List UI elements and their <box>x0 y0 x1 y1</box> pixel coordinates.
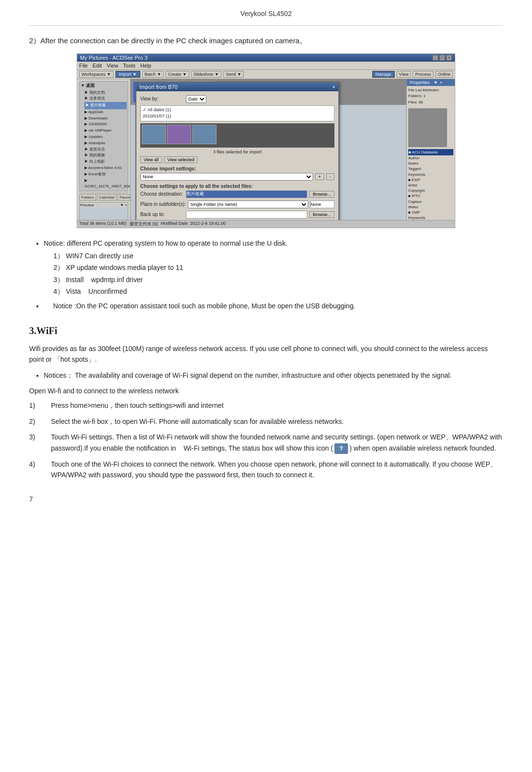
step-num-4: 4) <box>29 459 51 481</box>
menu-tools[interactable]: Tools <box>123 63 135 68</box>
preview-thumb <box>408 108 447 147</box>
acdsee-screenshot: My Pictures - ACDSee Pro 3 _ □ × File Ed… <box>77 53 455 228</box>
page-title: Verykool SL4502 <box>29 10 503 17</box>
status-date: Modified Date: 2012-2-6 19:41:00 <box>161 221 226 227</box>
header-divider <box>29 25 503 26</box>
close-btn-main[interactable]: × <box>446 55 452 61</box>
sub-text-4: Vista Unconfirmed <box>66 287 127 295</box>
choose-settings-label: Choose import settings: <box>140 166 334 171</box>
sub-text-1: WIN7 Can directly use <box>66 252 133 260</box>
sub-item-3: 3） Install wpdmtp.inf driver <box>53 274 503 285</box>
all-dates-item: ✓ All dates (1) <box>143 107 332 114</box>
wifi-notices-list: Notices： The availability and coverage o… <box>29 370 503 381</box>
destination-input[interactable] <box>186 190 307 198</box>
acdsee-main: Import from B70 × View by: Date ✓ All da… <box>131 79 406 220</box>
batch-btn[interactable]: Batch ▼ <box>142 71 164 78</box>
file-list-attr: File List Attributes <box>408 87 453 94</box>
minimize-btn[interactable]: _ <box>432 55 438 61</box>
folders-tab[interactable]: Folders <box>79 194 96 201</box>
properties-panel: File List Attributes Folders: 1 Files: 3… <box>407 86 455 220</box>
step-num-1: 1) <box>29 400 51 411</box>
metadata-list: ■ ACU Database Author Notes Tagged Keywo… <box>408 149 453 220</box>
section2-bullet-list: Notice: different PC operating system to… <box>29 238 503 312</box>
notice-item-2: Notice :On the PC operation assistant to… <box>44 301 503 311</box>
date-item: 2010/01/07 (1) <box>143 113 332 120</box>
wifi-step-1: 1) Press home>menu，then touch settings>w… <box>29 400 503 411</box>
sub-num-4: 4） <box>53 287 64 295</box>
section2-intro: 2）After the connection can be directly i… <box>29 35 503 47</box>
acdsee-title: My Pictures - ACDSee Pro 3 <box>80 55 148 61</box>
backup-browse-btn[interactable]: Browse... <box>309 211 334 218</box>
import-btn[interactable]: Import ▼ <box>116 71 140 78</box>
acdsee-toolbar: Workspaces ▼ Import ▼ Batch ▼ Create ▼ S… <box>77 70 455 79</box>
files-count: Files: 38 <box>408 100 453 106</box>
menu-help[interactable]: Help <box>140 63 151 68</box>
subfolder-name-input[interactable] <box>310 201 334 208</box>
sub-item-2: 2） XP update windows media player to 11 <box>53 262 503 273</box>
step-num-3: 3) <box>29 432 51 454</box>
view-tab[interactable]: View <box>397 71 411 78</box>
settings-select[interactable]: None <box>140 173 313 181</box>
acdsee-statusbar: Total 36 items (10.1 MB) 服管文件夹 (9) Modif… <box>77 220 455 228</box>
maximize-btn[interactable]: □ <box>439 55 445 61</box>
step-text-3: Touch Wi-Fi settings. Then a list of Wi-… <box>51 432 503 454</box>
step-text-2: Select the wi-fi box，to open Wi-Fi. Phon… <box>51 416 503 427</box>
acdsee-titlebar: My Pictures - ACDSee Pro 3 _ □ × <box>77 54 455 62</box>
menu-view[interactable]: View <box>107 63 118 68</box>
dialog-thumb-3[interactable] <box>192 125 216 144</box>
manage-tab[interactable]: Manage <box>372 71 395 78</box>
section3-heading: 3.WiFi <box>29 325 503 336</box>
subfolder-select[interactable]: Single Folder (no name) <box>188 201 308 208</box>
dialog-thumb-1[interactable] <box>142 125 166 144</box>
import-dialog: Import from B70 × View by: Date ✓ All da… <box>135 82 339 220</box>
notice-item-1: Notice: different PC operating system to… <box>44 238 503 297</box>
sub-num-2: 2） <box>53 264 64 271</box>
sub-notice-list: 1） WIN7 Can directly use 2） XP update wi… <box>44 251 503 297</box>
wifi-step-4: 4) Touch one of the Wi-Fi choices to con… <box>29 459 503 481</box>
wifi-step-2: 2) Select the wi-fi box，to open Wi-Fi. P… <box>29 416 503 427</box>
backup-input[interactable] <box>186 211 307 218</box>
online-tab[interactable]: Online <box>435 71 453 78</box>
settings-add-btn[interactable]: + <box>315 173 324 180</box>
favorites-tab[interactable]: Favorites <box>117 194 131 201</box>
choose-settings2-label: Choose settings to apply to all the sele… <box>140 184 334 189</box>
workspace-btn[interactable]: Workspaces ▼ <box>79 71 114 78</box>
acdsee-body: ▼ 桌面 ▶ 我的文档 ▶ 业务情况 ▶ 图片收藏 ▶ AppDate ▶ Do… <box>77 79 455 220</box>
sub-num-3: 3） <box>53 276 64 284</box>
slideshow-btn[interactable]: Slideshow ▼ <box>191 71 221 78</box>
view-all-btn[interactable]: View all <box>140 156 162 163</box>
folders-count: Folders: 1 <box>408 93 453 100</box>
subfolder-label: Place in subfolder(s): <box>140 201 186 207</box>
view-selected-btn[interactable]: View selected <box>164 156 198 163</box>
acdsee-menubar: File Edit View Tools Help <box>77 62 455 70</box>
backup-label: Back up to: <box>140 212 184 217</box>
dialog-close-icon[interactable]: × <box>332 84 335 90</box>
viewby-select[interactable]: Date <box>186 95 206 103</box>
acdsee-sidebar: ▼ 桌面 ▶ 我的文档 ▶ 业务情况 ▶ 图片收藏 ▶ AppDate ▶ Do… <box>77 79 131 220</box>
wifi-step-3: 3) Touch Wi-Fi settings. Then a list of … <box>29 432 503 454</box>
send-btn[interactable]: Send ▼ <box>223 71 244 78</box>
acdsee-right-panel: Properties ▼ × File List Attributes Fold… <box>406 79 455 220</box>
acdsee-right-tabs: Properties ▼ × <box>407 79 455 86</box>
properties-tab[interactable]: Properties <box>407 79 432 86</box>
create-btn[interactable]: Create ▼ <box>166 71 189 78</box>
menu-edit[interactable]: Edit <box>93 63 102 68</box>
files-selected-label: 3 files selected for import <box>140 150 334 154</box>
sub-text-2: XP update windows media player to 11 <box>66 264 183 271</box>
settings-del-btn[interactable]: - <box>326 173 334 180</box>
sub-text-3: Install wpdmtp.inf driver <box>66 276 143 284</box>
wifi-notice-item: Notices： The availability and coverage o… <box>44 370 503 381</box>
process-tab[interactable]: Process <box>413 71 433 78</box>
step-text-4: Touch one of the Wi-Fi choices to connec… <box>51 459 503 481</box>
step-num-2: 2) <box>29 416 51 427</box>
status-folder: 服管文件夹 (9) <box>130 221 158 227</box>
calendar-tab[interactable]: Calendar <box>97 194 116 201</box>
sub-item-4: 4） Vista Unconfirmed <box>53 286 503 297</box>
step-text-1: Press home>menu，then touch settings>wifi… <box>51 400 503 411</box>
wifi-icon <box>334 443 348 454</box>
menu-file[interactable]: File <box>79 63 88 68</box>
wifi-intro: Wifi provides as far as 300feet (100M) r… <box>29 343 503 365</box>
destination-label: Choose destination: <box>140 191 184 197</box>
browse-btn[interactable]: Browse... <box>309 191 334 198</box>
dialog-thumb-2[interactable] <box>167 125 191 144</box>
